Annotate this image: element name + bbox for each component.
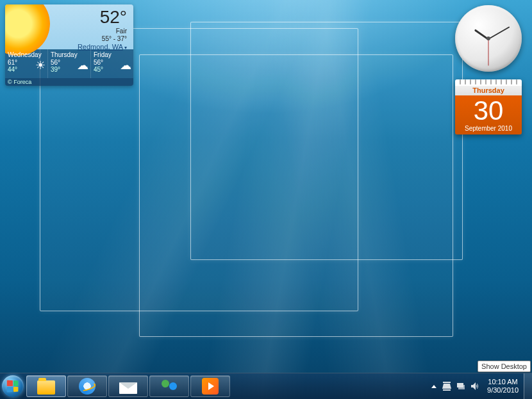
volume-icon[interactable]: [470, 381, 480, 391]
weather-hilo: 55° - 37°: [102, 35, 127, 43]
weather-condition-text: Fair: [102, 28, 127, 35]
system-tray: 10:10 AM 9/30/2010: [428, 373, 532, 399]
show-desktop-tooltip: Show Desktop: [478, 361, 531, 372]
weather-temperature: 52°: [100, 7, 127, 28]
taskbar-button-messenger[interactable]: [149, 375, 189, 397]
weather-current: 52° Fair 55° - 37° Redmond, WA: [5, 4, 133, 49]
forecast-icon: ☁: [120, 58, 131, 72]
tray-overflow-button[interactable]: [431, 385, 436, 388]
people-icon: [160, 379, 178, 394]
windows-orb-icon: [2, 375, 24, 397]
taskbar: 10:10 AM 9/30/2010: [0, 373, 532, 399]
calendar-weekday: Thursday: [455, 86, 522, 95]
calendar-binding-icon: [455, 79, 522, 86]
sun-icon: [5, 4, 50, 56]
folder-icon: [37, 380, 55, 395]
weather-condition: Fair 55° - 37°: [102, 28, 127, 43]
calendar-day-number: 30: [455, 97, 522, 125]
weather-gadget[interactable]: 52° Fair 55° - 37° Redmond, WA Wednesday…: [5, 4, 133, 86]
weather-forecast-row: Wednesday 61° 44° ☀ Thursday 56° 39° ☁ F…: [5, 49, 133, 78]
calendar-month-year: September 2010: [455, 125, 522, 132]
media-player-icon: [202, 378, 219, 395]
taskbar-clock[interactable]: 10:10 AM 9/30/2010: [482, 378, 524, 395]
clock-minute-hand: [488, 26, 510, 40]
desktop[interactable]: 52° Fair 55° - 37° Redmond, WA Wednesday…: [0, 0, 532, 399]
clock-center-pin: [486, 37, 490, 40]
forecast-day: Friday 56° 45° ☁: [91, 49, 133, 78]
forecast-day: Thursday 56° 39° ☁: [48, 49, 91, 78]
aero-peek-window-outline: [139, 54, 453, 337]
taskbar-button-mail[interactable]: [108, 375, 148, 397]
forecast-day: Wednesday 61° 44° ☀: [5, 49, 48, 78]
taskbar-time: 10:10 AM: [487, 378, 519, 386]
network-icon[interactable]: [456, 381, 466, 391]
clock-face: [455, 5, 522, 72]
taskbar-button-media-player[interactable]: [190, 375, 230, 397]
taskbar-date: 9/30/2010: [487, 386, 519, 395]
envelope-icon: [119, 382, 137, 394]
clock-second-hand: [488, 39, 489, 66]
taskbar-button-ie[interactable]: [67, 375, 107, 397]
forecast-day-name: Wednesday: [8, 51, 45, 58]
clock-gadget[interactable]: [455, 5, 522, 72]
calendar-gadget[interactable]: Thursday 30 September 2010: [455, 79, 522, 134]
forecast-icon: ☁: [77, 58, 88, 72]
internet-explorer-icon: [79, 378, 96, 395]
start-button[interactable]: [0, 373, 26, 399]
svg-rect-1: [458, 385, 465, 389]
forecast-day-name: Thursday: [51, 51, 88, 58]
show-desktop-button[interactable]: [524, 373, 532, 399]
forecast-day-name: Friday: [94, 51, 131, 58]
calendar-body: 30 September 2010: [455, 95, 522, 134]
taskbar-button-explorer[interactable]: [26, 375, 66, 397]
windows-flag-icon: [7, 380, 19, 393]
weather-credit[interactable]: © Foreca: [5, 78, 133, 86]
action-center-icon[interactable]: [442, 381, 452, 391]
forecast-icon: ☀: [35, 58, 46, 72]
